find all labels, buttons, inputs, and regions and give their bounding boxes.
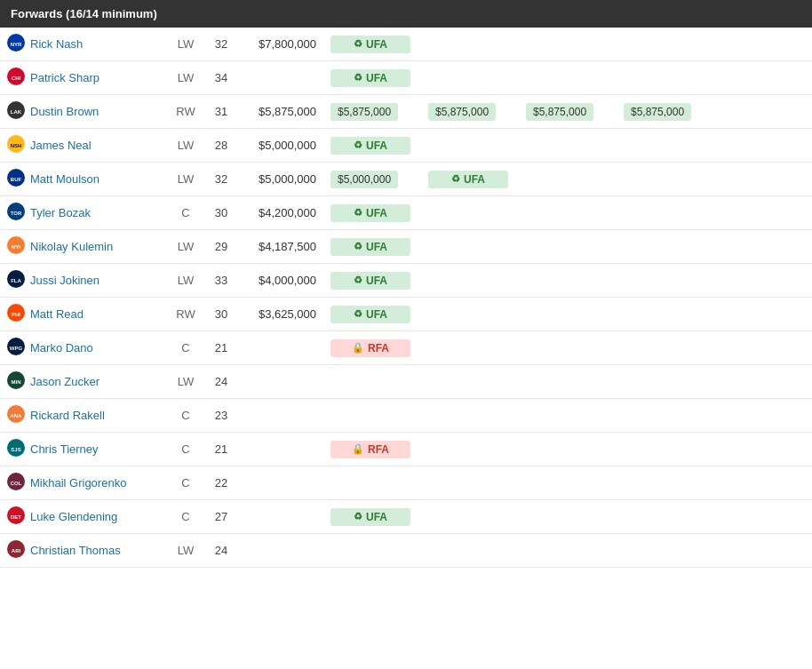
table-row: BUF Matt Moulson LW 32 $5,000,000 $5,000… <box>0 163 812 196</box>
player-name[interactable]: Chris Tierney <box>30 442 99 456</box>
year5-badge <box>714 163 812 196</box>
svg-text:FLA: FLA <box>11 278 21 283</box>
player-cell[interactable]: NYR Rick Nash <box>0 28 168 61</box>
player-cell[interactable]: ARI Christian Thomas <box>0 534 168 568</box>
year5-badge <box>714 264 812 298</box>
team-logo: TOR <box>7 203 25 223</box>
year4-badge <box>617 61 714 95</box>
player-cell[interactable]: DET Luke Glendening <box>0 500 168 534</box>
year2-badge <box>421 534 519 568</box>
player-name[interactable]: Patrick Sharp <box>30 71 100 84</box>
table-row: COL Mikhail Grigorenko C 22 <box>0 466 812 500</box>
salary <box>239 399 323 433</box>
year5-badge <box>714 365 812 399</box>
table-row: CHI Patrick Sharp LW 34 ♻ UFA <box>0 61 812 95</box>
salary: $4,200,000 <box>239 196 323 230</box>
year3-badge <box>519 500 617 534</box>
player-name[interactable]: Matt Read <box>30 307 84 321</box>
player-name[interactable]: Matt Moulson <box>30 172 100 186</box>
age: 24 <box>203 534 239 568</box>
year2-badge: ♻ UFA <box>421 163 519 196</box>
year1-badge <box>323 399 421 433</box>
player-cell[interactable]: ANA Rickard Rakell <box>0 399 168 433</box>
year4-badge <box>617 28 714 61</box>
player-name[interactable]: Tyler Bozak <box>30 206 91 219</box>
position: LW <box>168 365 203 399</box>
team-logo: COL <box>7 473 25 493</box>
year3-badge <box>519 331 617 365</box>
year1-badge: ♻ UFA <box>323 28 421 61</box>
age: 22 <box>203 466 239 500</box>
year5-badge <box>714 466 812 500</box>
year4-badge <box>617 500 714 534</box>
age: 27 <box>203 500 239 534</box>
team-logo: BUF <box>7 169 25 189</box>
salary <box>239 433 323 466</box>
player-name[interactable]: Jussi Jokinen <box>30 274 100 287</box>
player-cell[interactable]: COL Mikhail Grigorenko <box>0 466 168 500</box>
salary <box>239 500 323 534</box>
age: 31 <box>203 95 239 129</box>
player-cell[interactable]: NYI Nikolay Kulemin <box>0 230 168 264</box>
player-name[interactable]: Marko Dano <box>30 341 93 354</box>
player-cell[interactable]: LAK Dustin Brown <box>0 95 168 129</box>
svg-text:SJS: SJS <box>11 447 20 452</box>
svg-text:BUF: BUF <box>11 177 22 182</box>
player-name[interactable]: Luke Glendening <box>30 510 117 523</box>
year2-badge <box>421 28 519 61</box>
player-name[interactable]: Nikolay Kulemin <box>30 240 113 253</box>
salary: $5,000,000 <box>239 163 323 196</box>
position: C <box>168 196 203 230</box>
salary: $5,875,000 <box>239 95 323 129</box>
player-cell[interactable]: MIN Jason Zucker <box>0 365 168 399</box>
year1-badge: ♻ UFA <box>323 196 421 230</box>
table-row: WPG Marko Dano C 21 🔒 RFA <box>0 331 812 365</box>
player-cell[interactable]: NSH James Neal <box>0 129 168 163</box>
year5-badge <box>714 399 812 433</box>
player-cell[interactable]: PHI Matt Read <box>0 298 168 331</box>
year5-badge <box>714 61 812 95</box>
year1-badge: 🔒 RFA <box>323 331 421 365</box>
team-logo: WPG <box>7 338 25 358</box>
year4-badge <box>617 298 714 331</box>
year5-badge <box>714 28 812 61</box>
year5-badge <box>714 95 812 129</box>
position: C <box>168 500 203 534</box>
player-name[interactable]: Mikhail Grigorenko <box>30 476 126 490</box>
player-name[interactable]: Dustin Brown <box>30 105 99 118</box>
year4-badge <box>617 230 714 264</box>
player-cell[interactable]: TOR Tyler Bozak <box>0 196 168 230</box>
player-cell[interactable]: BUF Matt Moulson <box>0 163 168 196</box>
year3-badge <box>519 534 617 568</box>
player-name[interactable]: Jason Zucker <box>30 375 100 388</box>
player-cell[interactable]: FLA Jussi Jokinen <box>0 264 168 298</box>
year3-badge <box>519 433 617 466</box>
position: C <box>168 466 203 500</box>
year1-badge <box>323 365 421 399</box>
player-cell[interactable]: WPG Marko Dano <box>0 331 168 365</box>
player-name[interactable]: Rickard Rakell <box>30 409 105 422</box>
team-logo: LAK <box>7 101 25 122</box>
player-name[interactable]: James Neal <box>30 139 92 152</box>
player-cell[interactable]: CHI Patrick Sharp <box>0 61 168 95</box>
table-row: NYR Rick Nash LW 32 $7,800,000 ♻ UFA <box>0 28 812 61</box>
player-cell[interactable]: SJS Chris Tierney <box>0 433 168 466</box>
year3-badge <box>519 28 617 61</box>
year3-badge <box>519 298 617 331</box>
players-table: NYR Rick Nash LW 32 $7,800,000 ♻ UFA CHI… <box>0 28 812 568</box>
player-name[interactable]: Rick Nash <box>30 37 83 51</box>
position: RW <box>168 95 203 129</box>
player-name[interactable]: Christian Thomas <box>30 544 121 557</box>
year1-badge <box>323 534 421 568</box>
team-logo: NYR <box>7 34 25 54</box>
year5-badge <box>714 230 812 264</box>
salary: $4,000,000 <box>239 264 323 298</box>
year3-badge <box>519 196 617 230</box>
table-row: ARI Christian Thomas LW 24 <box>0 534 812 568</box>
salary <box>239 466 323 500</box>
svg-text:NYR: NYR <box>11 42 22 47</box>
year4-badge <box>617 399 714 433</box>
team-logo: PHI <box>7 304 25 324</box>
year3-badge <box>519 466 617 500</box>
age: 30 <box>203 196 239 230</box>
